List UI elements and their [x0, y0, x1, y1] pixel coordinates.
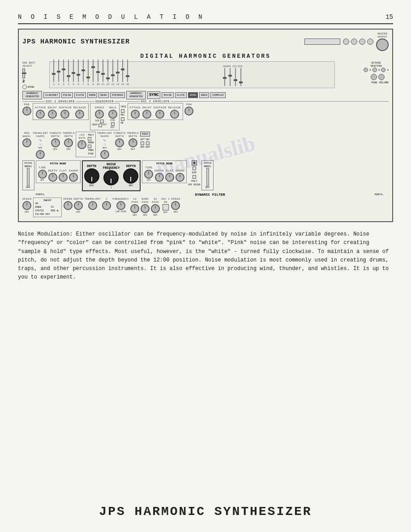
exp-switch[interactable]	[193, 167, 196, 170]
seq-switch[interactable]	[100, 120, 104, 123]
attack-1-knob[interactable]	[36, 110, 45, 119]
flat-left-knob[interactable]	[59, 173, 68, 182]
sync-switch[interactable]	[111, 122, 115, 126]
poly-exp-switch[interactable]	[193, 175, 196, 179]
hold-knob[interactable]	[108, 110, 117, 119]
shape-fader-3[interactable]	[233, 68, 238, 86]
lo-pass-knob[interactable]	[130, 204, 139, 213]
mod-wheel-knob[interactable]	[22, 138, 31, 147]
depth-right-knob[interactable]	[155, 173, 164, 182]
preset-harmonic-generator-2[interactable]: HARMONICGENERATOR	[126, 91, 146, 99]
sharp-right-knob[interactable]	[176, 173, 184, 182]
tremolo-depth-right-knob[interactable]	[128, 138, 137, 147]
aft-knob2[interactable]	[378, 74, 385, 80]
speed-right-knob[interactable]	[171, 201, 180, 210]
band-pass-knob[interactable]	[141, 204, 150, 213]
fader-5[interactable]: 5	[71, 60, 76, 86]
aft-knob[interactable]	[371, 74, 377, 80]
octave-knob-3[interactable]	[372, 68, 377, 72]
preset-sync[interactable]: SYNC	[147, 91, 161, 99]
trig-switch[interactable]	[121, 109, 124, 113]
fader-8[interactable]: 8	[86, 60, 90, 86]
attack-2-knob[interactable]	[131, 110, 140, 119]
ring-button[interactable]	[22, 85, 27, 89]
depth-left-knob[interactable]	[48, 173, 57, 182]
preset-reed-2[interactable]: REED	[199, 92, 209, 98]
vel-switch[interactable]	[146, 142, 150, 145]
osc2-on-switch[interactable]	[163, 204, 169, 210]
preset-complex[interactable]: COMPLEX	[210, 92, 225, 98]
rndm-switch[interactable]	[98, 124, 102, 127]
preset-flute[interactable]: FLUTE	[74, 92, 86, 98]
noise-freq-knob[interactable]	[103, 170, 119, 185]
hi-pass-knob[interactable]	[151, 204, 160, 213]
exp-btn[interactable]: ■	[192, 160, 197, 166]
fader-2[interactable]: 2	[56, 60, 61, 86]
tremulant-knob-left[interactable]	[36, 150, 45, 159]
depth-filter-knob[interactable]	[74, 201, 83, 210]
preset-flute-2[interactable]: FLUTE	[175, 92, 187, 98]
pitch-wheel-slider-left[interactable]	[27, 168, 30, 186]
fader-3[interactable]: 3	[61, 60, 66, 86]
fader-7[interactable]: 7	[81, 60, 86, 86]
speed-left-knob[interactable]	[22, 201, 31, 210]
preset-strings[interactable]: STRINGS	[110, 92, 125, 98]
vibrato-depth-left-knob[interactable]	[51, 138, 60, 147]
fader-14[interactable]: 14	[116, 60, 120, 86]
pan-left-knob[interactable]	[22, 107, 31, 116]
seq-speed-knob[interactable]	[95, 110, 104, 119]
tremulant-filter-knob[interactable]	[88, 201, 97, 210]
pitch-wheel-slider-right[interactable]	[206, 168, 209, 186]
release-1-knob[interactable]	[75, 110, 84, 119]
fader-1[interactable]: 1	[51, 60, 56, 86]
rel-switch[interactable]	[121, 117, 124, 121]
preset-horn-active[interactable]: HORN	[188, 92, 198, 98]
tremolo-depth-left-knob[interactable]	[64, 138, 73, 147]
preset-horn[interactable]: HORN	[87, 92, 97, 98]
noise-depth2-knob[interactable]	[123, 168, 138, 184]
fader-11[interactable]: 11	[101, 60, 105, 86]
shape-fader-2[interactable]	[228, 68, 232, 86]
decay-1-knob[interactable]	[48, 110, 57, 119]
speed-filter-knob[interactable]	[64, 201, 73, 210]
header-slider[interactable]	[304, 39, 340, 45]
preset-reed[interactable]: REED	[98, 92, 108, 98]
fader-4[interactable]: 4	[66, 60, 71, 86]
frequency-filter-knob[interactable]	[116, 201, 125, 210]
noise-depth-knob[interactable]	[84, 168, 99, 184]
shape-fader-4[interactable]	[239, 68, 243, 86]
midi-btn[interactable]: MIDI	[140, 132, 150, 137]
fader-12[interactable]: 12	[106, 60, 110, 86]
pan-right-knob[interactable]	[184, 107, 193, 116]
preset-harmonic-generator[interactable]: HARMONICGENERATOR	[22, 91, 42, 99]
master-output-knob[interactable]	[376, 39, 389, 51]
dhg-select-slider[interactable]	[22, 69, 25, 78]
fader-16[interactable]: 16	[125, 60, 130, 86]
fader-13[interactable]: 13	[111, 60, 115, 86]
shape-fader-1[interactable]	[223, 68, 227, 86]
flat-right-knob[interactable]	[165, 173, 174, 182]
poly-switch[interactable]	[88, 137, 91, 141]
release-2-knob[interactable]	[170, 110, 179, 119]
preset-clarinet[interactable]: CLARINET	[43, 92, 60, 98]
fader-9[interactable]: 9	[91, 60, 95, 86]
preset-pulse-2[interactable]: PULSE	[162, 92, 173, 98]
vibrato-depth-right-knob[interactable]	[115, 138, 124, 147]
lfo-rate-knob[interactable]	[77, 140, 86, 149]
fader-6[interactable]: 6	[76, 60, 81, 86]
octave-knob-2[interactable]	[364, 68, 368, 72]
tremulant-knob-right[interactable]	[100, 150, 109, 159]
c-knob[interactable]	[102, 201, 111, 210]
preset-pulse[interactable]: PULSE	[61, 92, 73, 98]
sustain-2-knob[interactable]	[155, 110, 164, 119]
mono-switch[interactable]	[88, 145, 91, 148]
sustain-1-knob[interactable]	[60, 110, 69, 119]
time-left-knob[interactable]	[38, 170, 47, 179]
sharp-left-knob[interactable]	[69, 173, 78, 182]
fader-15[interactable]: 15	[120, 60, 125, 86]
fader-10[interactable]: 10	[96, 60, 100, 86]
time-right-knob[interactable]	[144, 170, 153, 179]
aft-switch[interactable]	[141, 142, 144, 145]
octave-knob-4[interactable]	[381, 68, 385, 72]
decay-2-knob[interactable]	[142, 110, 151, 119]
